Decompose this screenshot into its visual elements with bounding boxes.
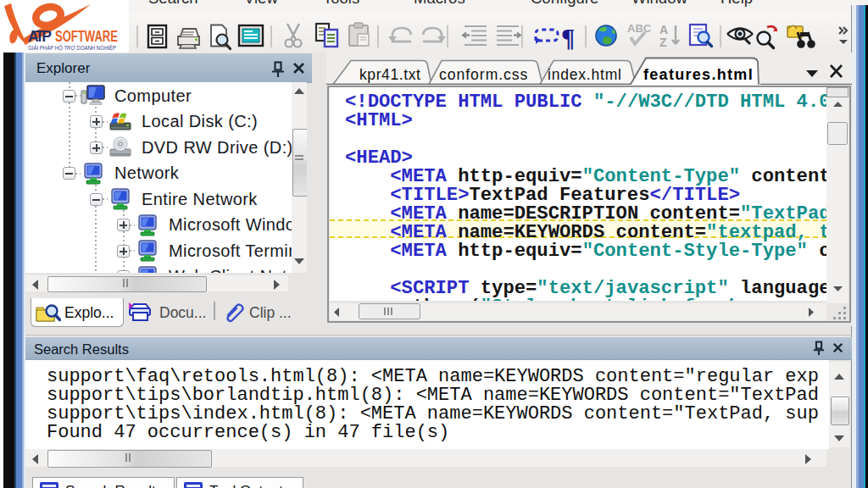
svg-text:SOFTWARE: SOFTWARE (55, 28, 118, 45)
svg-text:GIẢI PHÁP HỘ TRỢ DOANH NGHIỆP: GIẢI PHÁP HỘ TRỢ DOANH NGHIỆP (28, 44, 116, 52)
svg-text:conform.css: conform.css (439, 66, 528, 83)
svg-text:ATP: ATP (28, 28, 52, 45)
svg-text:index.html: index.html (548, 66, 622, 83)
svg-text:A: A (659, 23, 668, 36)
svg-text:¶: ¶ (561, 23, 575, 51)
svg-text:ABC: ABC (627, 22, 652, 35)
svg-text:Z: Z (659, 36, 667, 49)
svg-text:kpr41.txt: kpr41.txt (359, 66, 421, 83)
svg-text:features.html: features.html (643, 66, 754, 83)
